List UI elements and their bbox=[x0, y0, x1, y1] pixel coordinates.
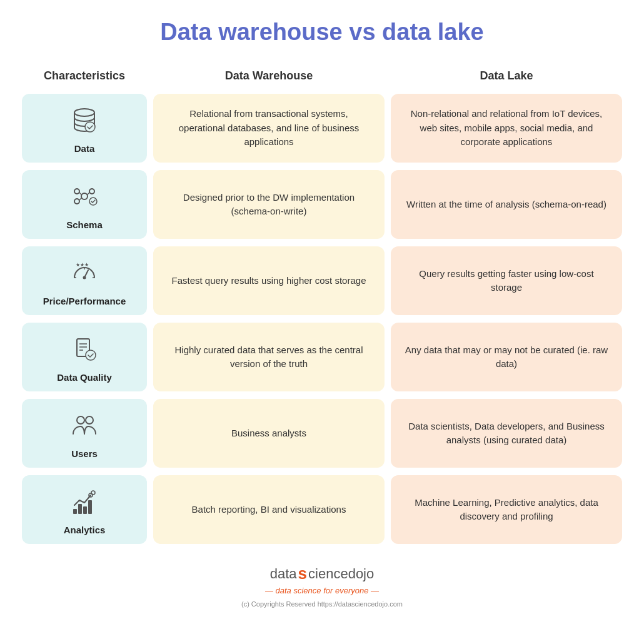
svg-point-28 bbox=[91, 491, 95, 495]
table-header: Characteristics Data Warehouse Data Lake bbox=[22, 64, 622, 88]
dl-cell-analytics: Machine Learning, Predictive analytics, … bbox=[391, 475, 622, 544]
comparison-table: Characteristics Data Warehouse Data Lake… bbox=[22, 64, 622, 551]
char-cell-users: Users bbox=[22, 399, 147, 468]
svg-text:★★★: ★★★ bbox=[76, 262, 89, 268]
char-cell-price-performance: ★★★ Price/Performance bbox=[22, 246, 147, 315]
schema-icon bbox=[69, 181, 99, 214]
svg-rect-23 bbox=[73, 509, 77, 514]
dw-cell-analytics: Batch reporting, BI and visualizations bbox=[153, 475, 385, 544]
dw-cell-data-quality: Highly curated data that serves as the c… bbox=[153, 323, 385, 391]
header-characteristics: Characteristics bbox=[22, 64, 147, 88]
char-cell-analytics: Analytics bbox=[22, 475, 147, 544]
svg-point-3 bbox=[74, 189, 79, 194]
svg-rect-24 bbox=[78, 504, 82, 514]
svg-point-21 bbox=[77, 416, 84, 424]
char-label-data: Data bbox=[74, 143, 95, 154]
dl-cell-schema: Written at the time of analysis (schema-… bbox=[391, 170, 622, 239]
char-cell-data: Data bbox=[22, 94, 147, 163]
svg-rect-25 bbox=[83, 506, 87, 514]
svg-point-5 bbox=[74, 199, 79, 204]
table-row: Users Business analysts Data scientists,… bbox=[22, 399, 622, 468]
table-row: Schema Designed prior to the DW implemen… bbox=[22, 170, 622, 239]
svg-point-4 bbox=[89, 189, 94, 194]
dw-cell-data: Relational from transactional systems, o… bbox=[153, 94, 385, 163]
svg-rect-26 bbox=[88, 500, 92, 514]
table-row: Data Quality Highly curated data that se… bbox=[22, 323, 622, 391]
svg-point-11 bbox=[83, 276, 86, 279]
footer-logo: datasciencedojo bbox=[270, 564, 374, 583]
dl-cell-users: Data scientists, Data developers, and Bu… bbox=[391, 399, 622, 468]
svg-point-20 bbox=[86, 350, 96, 360]
char-cell-schema: Schema bbox=[22, 170, 147, 239]
footer: datasciencedojo — data science for every… bbox=[241, 564, 403, 608]
char-label-price-performance: Price/Performance bbox=[43, 296, 126, 306]
char-label-data-quality: Data Quality bbox=[57, 372, 112, 383]
users-icon bbox=[69, 410, 99, 443]
dw-cell-schema: Designed prior to the DW implementation … bbox=[153, 170, 385, 239]
table-row: Analytics Batch reporting, BI and visual… bbox=[22, 475, 622, 544]
svg-point-22 bbox=[86, 416, 93, 424]
dl-cell-data-quality: Any data that may or may not be curated … bbox=[391, 323, 622, 391]
header-data-lake: Data Lake bbox=[391, 64, 622, 88]
svg-line-6 bbox=[79, 193, 82, 195]
speedometer-icon: ★★★ bbox=[69, 258, 99, 291]
dw-cell-price-performance: Fastest query results using higher cost … bbox=[153, 246, 385, 315]
char-label-analytics: Analytics bbox=[64, 525, 106, 535]
dw-cell-users: Business analysts bbox=[153, 399, 385, 468]
dl-cell-price-performance: Query results getting faster using low-c… bbox=[391, 246, 622, 315]
database-icon bbox=[69, 105, 99, 138]
table-row: Data Relational from transactional syste… bbox=[22, 94, 622, 163]
header-data-warehouse: Data Warehouse bbox=[153, 64, 385, 88]
svg-point-1 bbox=[85, 122, 95, 132]
footer-copyright: (c) Copyrights Reserved https://datascie… bbox=[241, 600, 403, 608]
char-cell-data-quality: Data Quality bbox=[22, 323, 147, 391]
char-label-users: Users bbox=[71, 448, 98, 459]
footer-tagline: — data science for everyone — bbox=[265, 586, 379, 595]
dl-cell-data: Non-relational and relational from IoT d… bbox=[391, 94, 622, 163]
svg-line-7 bbox=[87, 193, 89, 195]
svg-line-8 bbox=[79, 198, 82, 200]
svg-point-0 bbox=[74, 109, 94, 116]
page-title: Data warehouse vs data lake bbox=[160, 19, 483, 46]
data-quality-icon bbox=[69, 334, 99, 367]
table-row: ★★★ Price/Performance Fastest query resu… bbox=[22, 246, 622, 315]
svg-point-2 bbox=[81, 193, 88, 199]
analytics-icon bbox=[69, 486, 99, 520]
char-label-schema: Schema bbox=[66, 219, 103, 230]
